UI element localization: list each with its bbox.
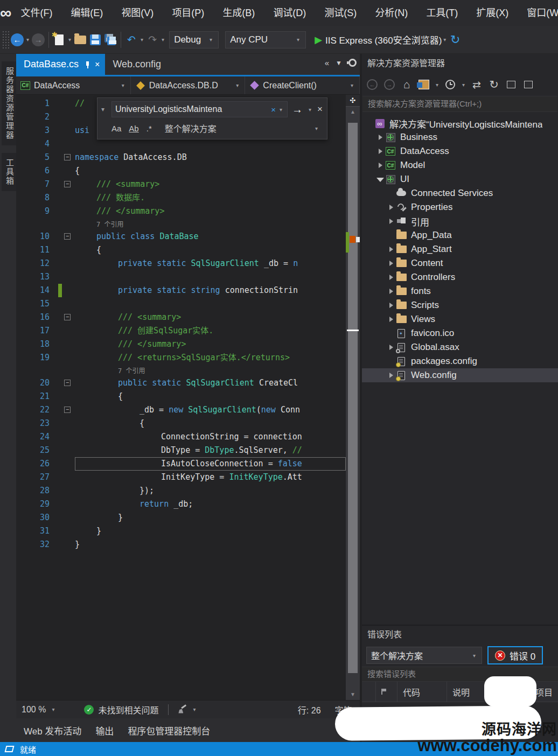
- collapse-region-icon[interactable]: −: [64, 154, 71, 160]
- tree-item-properties[interactable]: Properties: [362, 200, 558, 214]
- whole-word-toggle[interactable]: Ab: [129, 124, 138, 133]
- search-history-dropdown[interactable]: ▾: [278, 107, 284, 113]
- code-line[interactable]: 7−/// <summary>: [16, 178, 346, 191]
- code-line[interactable]: 12private static SqlSugarClient _db = n: [16, 257, 346, 270]
- expand-icon[interactable]: [387, 345, 395, 350]
- collapse-region-icon[interactable]: −: [64, 233, 71, 240]
- new-file-button[interactable]: [52, 31, 67, 49]
- navigate-back-button[interactable]: ←: [10, 31, 25, 49]
- menu-item[interactable]: 视图(V): [112, 0, 163, 26]
- tree-item-web-config[interactable]: Web.config: [362, 368, 558, 382]
- code-line[interactable]: 18/// </summary>: [16, 338, 346, 351]
- open-file-button[interactable]: [73, 31, 88, 49]
- collapse-icon[interactable]: [376, 177, 385, 181]
- column-code[interactable]: 代码: [397, 682, 447, 702]
- start-debugging-button[interactable]: ▶ IIS Express (360安全浏览器): [309, 31, 442, 49]
- code-line[interactable]: 8/// 数据库.: [16, 191, 346, 205]
- close-tab-icon[interactable]: ×: [95, 60, 100, 69]
- server-explorer-vertical-tab[interactable]: 服务器资源管理器: [2, 61, 17, 145]
- tree-item-controllers[interactable]: Controllers: [362, 270, 558, 284]
- expand-icon[interactable]: [387, 205, 395, 210]
- tree-item-views[interactable]: Views: [362, 312, 558, 326]
- tree-item-connected-services[interactable]: Connected Services: [362, 186, 558, 200]
- save-all-button[interactable]: [103, 31, 118, 49]
- error-scope-select[interactable]: 整个解决方案▾: [366, 647, 482, 664]
- fold-margin[interactable]: −: [62, 403, 75, 417]
- tree-item-favicon-ico[interactable]: ✦favicon.ico: [362, 326, 558, 340]
- editor-scrollbar[interactable]: ✣ ▲ ▼: [346, 95, 360, 700]
- run-target-dropdown[interactable]: ▾: [442, 37, 448, 43]
- tree-item-fonts[interactable]: fonts: [362, 284, 558, 298]
- tree-item-ui[interactable]: UI: [362, 172, 558, 186]
- code-line[interactable]: 22−_db = new SqlSugarClient(new Conn: [16, 403, 346, 417]
- navigate-forward-button[interactable]: →: [31, 31, 46, 49]
- menu-item[interactable]: 调试(D): [264, 0, 315, 26]
- project-dropdown[interactable]: C# DataAccess▾: [16, 76, 131, 94]
- undo-dropdown[interactable]: ▾: [139, 37, 145, 43]
- toolbox-vertical-tab[interactable]: 工具箱: [2, 153, 17, 191]
- pin-icon[interactable]: [84, 61, 90, 68]
- type-dropdown[interactable]: DataAccess.DB.D▾: [131, 76, 246, 94]
- refresh-icon[interactable]: ↻: [487, 77, 501, 92]
- tree-item-scripts[interactable]: Scripts: [362, 298, 558, 312]
- code-line[interactable]: 29return _db;: [16, 498, 346, 511]
- scrollbar-thumb[interactable]: [348, 123, 358, 673]
- redo-button[interactable]: ↷: [145, 31, 160, 49]
- bottom-panel-tab[interactable]: 输出: [95, 724, 114, 737]
- match-case-toggle[interactable]: Aa: [111, 124, 121, 133]
- expand-icon[interactable]: [387, 303, 395, 308]
- code-line[interactable]: 6{: [16, 164, 346, 178]
- toolbar-grip[interactable]: [2, 31, 10, 49]
- switch-views-icon[interactable]: [417, 77, 431, 92]
- find-options-dropdown[interactable]: ▾: [307, 107, 313, 113]
- expand-icon[interactable]: [376, 135, 385, 140]
- undo-button[interactable]: ↶: [124, 31, 139, 49]
- tree-item-business[interactable]: Business: [362, 130, 558, 144]
- collapse-region-icon[interactable]: −: [64, 314, 71, 320]
- code-line[interactable]: 32}: [16, 538, 346, 551]
- code-line[interactable]: 25DbType = DbType.SqlServer, //: [16, 444, 346, 457]
- fold-margin[interactable]: −: [62, 376, 75, 390]
- expand-icon[interactable]: [376, 163, 385, 168]
- menu-item[interactable]: 项目(P): [163, 0, 213, 26]
- tab-database-cs[interactable]: DataBase.cs ×: [16, 54, 105, 75]
- menu-item[interactable]: 分析(N): [366, 0, 417, 26]
- solution-platform-select[interactable]: Any CPU▾: [225, 31, 306, 48]
- menu-item[interactable]: 窗口(W): [518, 0, 558, 26]
- collapse-region-icon[interactable]: −: [64, 181, 71, 187]
- code-line[interactable]: 10−public class DataBase: [16, 230, 346, 243]
- tree-item-packages-config[interactable]: packages.config: [362, 354, 558, 368]
- menu-item[interactable]: 测试(S): [315, 0, 366, 26]
- fold-margin[interactable]: −: [62, 151, 75, 164]
- code-line[interactable]: 5−namespace DataAccess.DB: [16, 151, 346, 164]
- new-file-dropdown[interactable]: ▾: [67, 37, 73, 43]
- code-line[interactable]: 24ConnectionString = connection: [16, 430, 346, 444]
- find-input[interactable]: UniversityLogisticsMaintena × ▾: [111, 101, 288, 117]
- close-find-icon[interactable]: ×: [317, 104, 323, 115]
- home-icon[interactable]: ⌂: [400, 77, 414, 92]
- tree-item-content[interactable]: Content: [362, 256, 558, 270]
- code-cleanup-icon[interactable]: [178, 705, 187, 714]
- fold-margin[interactable]: −: [62, 230, 75, 243]
- clear-search-icon[interactable]: ×: [269, 105, 278, 114]
- forward-button[interactable]: →: [382, 77, 396, 92]
- member-dropdown[interactable]: CreateClient()▾: [245, 76, 360, 94]
- tab-web-config[interactable]: Web.config: [105, 54, 166, 75]
- code-line[interactable]: 27InitKeyType = InitKeyType.Att: [16, 471, 346, 484]
- scroll-up-icon[interactable]: ▲: [346, 107, 360, 116]
- bottom-panel-tab[interactable]: 程序包管理器控制台: [128, 724, 210, 737]
- expand-icon[interactable]: [387, 275, 395, 280]
- save-button[interactable]: [88, 31, 103, 49]
- code-line[interactable]: 30}: [16, 511, 346, 524]
- expand-icon[interactable]: [376, 149, 385, 154]
- code-line[interactable]: 19/// <returns>SqlSugar实体.</returns>: [16, 351, 346, 365]
- search-scope-select[interactable]: 整个解决方案▾: [159, 122, 323, 135]
- menu-item[interactable]: 生成(B): [213, 0, 264, 26]
- expand-icon[interactable]: [387, 373, 395, 378]
- tree-item--[interactable]: 引用: [362, 214, 558, 228]
- fold-margin[interactable]: −: [62, 311, 75, 324]
- code-lines[interactable]: 1// 23usi45−namespace DataAccess.DB6{7−/…: [16, 97, 346, 551]
- code-line[interactable]: 15: [16, 297, 346, 311]
- active-files-dropdown-icon[interactable]: ▼: [336, 59, 342, 67]
- scroll-down-icon[interactable]: ▼: [346, 689, 360, 699]
